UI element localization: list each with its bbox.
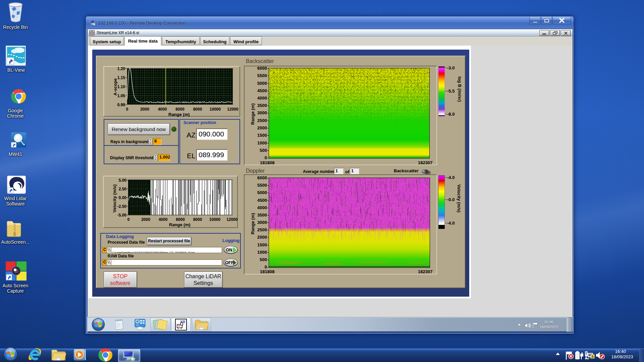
svg-text:OFF: OFF [225,260,234,265]
svg-text:ON: ON [226,247,232,252]
